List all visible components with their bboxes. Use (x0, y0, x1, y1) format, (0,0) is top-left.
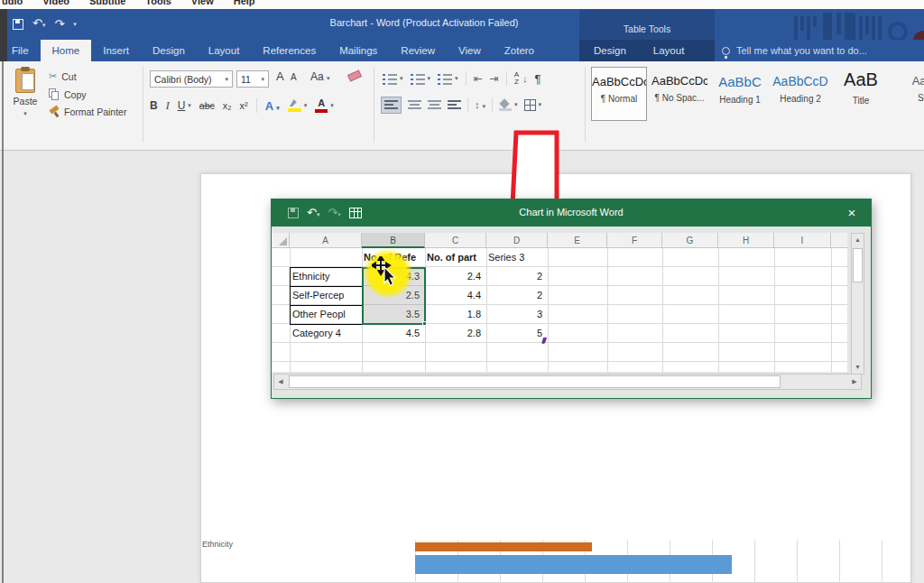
chart-preview[interactable]: Ethnicity (117, 540, 924, 583)
tab-zotero[interactable]: Zotero (493, 40, 546, 61)
align-center-button[interactable] (408, 99, 421, 111)
font-color-button[interactable]: A (315, 98, 328, 113)
format-painter-button[interactable]: Format Painter (49, 106, 126, 117)
vertical-scroll-thumb[interactable] (853, 248, 863, 282)
cell-c3[interactable]: 4.4 (425, 286, 484, 304)
cell-d5[interactable]: 5 (486, 324, 545, 342)
superscript-button[interactable]: x² (240, 100, 248, 111)
change-case-button[interactable]: Aa ▾ (310, 70, 330, 83)
os-menu-help[interactable]: Help (234, 0, 255, 6)
cell-d4[interactable]: 3 (486, 305, 545, 323)
cell-d2[interactable]: 2 (486, 267, 545, 285)
cell-c1[interactable]: No. of part (427, 248, 485, 266)
underline-button[interactable]: U (178, 99, 186, 112)
tab-mailings[interactable]: Mailings (328, 40, 389, 61)
excel-window[interactable]: ↶▾ ↷▾ Chart in Microsoft Word × A B C D … (271, 199, 872, 399)
borders-dropdown-icon[interactable]: ▾ (539, 101, 542, 108)
chart-bar-orange[interactable] (415, 542, 592, 551)
os-menu-audio[interactable]: udio (2, 0, 23, 6)
font-color-dropdown-icon[interactable]: ▾ (330, 102, 334, 109)
cut-button[interactable]: ✂ Cut (49, 70, 77, 82)
redo-button[interactable]: ↷ (54, 17, 64, 32)
undo-button[interactable]: ↶▾ (32, 16, 45, 32)
paste-button[interactable]: Paste ▾ (7, 69, 43, 117)
column-header-c[interactable]: C (425, 233, 486, 248)
style-no-spacing[interactable]: AaBbCcDc ¶ No Spac... (651, 67, 707, 121)
scroll-up-icon[interactable]: ▲ (852, 234, 864, 246)
decrease-indent-icon[interactable]: ⇤ (474, 72, 483, 85)
cell-c2[interactable]: 2.4 (425, 267, 484, 285)
excel-vertical-scrollbar[interactable]: ▲ ▼ (851, 233, 864, 375)
excel-grid[interactable]: No. of Refe No. of part Series 3 Ethnici… (272, 248, 847, 372)
underline-dropdown-icon[interactable]: ▾ (188, 102, 191, 109)
tab-review[interactable]: Review (389, 40, 447, 61)
cell-b5[interactable]: 4.5 (362, 324, 422, 342)
bullets-icon[interactable] (383, 73, 397, 85)
multilevel-dropdown-icon[interactable]: ▾ (455, 75, 458, 82)
cell-d1[interactable]: Series 3 (488, 248, 547, 266)
font-name-select[interactable]: Calibri (Body) ▾ (150, 70, 233, 88)
tab-design[interactable]: Design (141, 40, 197, 61)
qat-customize-icon[interactable]: ▾ (73, 21, 77, 28)
clear-formatting-icon[interactable] (347, 69, 362, 81)
grow-font-button[interactable]: A (276, 69, 284, 83)
cell-c4[interactable]: 1.8 (425, 305, 484, 323)
justify-button[interactable] (448, 99, 461, 111)
select-all-corner[interactable] (272, 233, 290, 248)
chart-bar-blue[interactable] (415, 555, 732, 574)
style-heading2[interactable]: AaBbCcD Heading 2 (772, 67, 828, 121)
tab-insert[interactable]: Insert (91, 40, 141, 61)
tab-table-layout[interactable]: Layout (641, 40, 698, 61)
scroll-right-icon[interactable]: ▶ (848, 375, 861, 389)
sort-icon[interactable]: AZ (514, 71, 519, 86)
increase-indent-icon[interactable]: ⇥ (490, 72, 499, 85)
scroll-down-icon[interactable]: ▼ (852, 361, 864, 374)
highlight-button[interactable] (288, 99, 301, 112)
tab-table-design[interactable]: Design (579, 40, 641, 61)
numbering-icon[interactable] (411, 73, 425, 85)
column-header-d[interactable]: D (486, 233, 548, 248)
font-size-select[interactable]: 11 ▾ (236, 70, 269, 88)
os-menu-video[interactable]: Video (42, 0, 69, 6)
column-header-f[interactable]: F (607, 233, 662, 248)
cell-c5[interactable]: 2.8 (425, 324, 484, 342)
tab-view[interactable]: View (447, 40, 493, 61)
os-menu-subtitle[interactable]: Subtitle (89, 0, 125, 6)
paste-dropdown-icon[interactable]: ▾ (23, 110, 27, 116)
multilevel-list-icon[interactable] (438, 73, 452, 85)
shrink-font-button[interactable]: A (291, 72, 297, 82)
highlight-dropdown-icon[interactable]: ▾ (304, 102, 308, 109)
cell-a5[interactable]: Category 4 (292, 324, 361, 342)
os-menu-tools[interactable]: Tools (145, 0, 171, 6)
save-icon[interactable] (13, 19, 23, 30)
align-left-button[interactable] (381, 97, 402, 114)
borders-icon[interactable] (524, 99, 536, 111)
shading-dropdown-icon[interactable]: ▾ (514, 101, 518, 108)
strikethrough-button[interactable]: abc (199, 100, 215, 111)
numbering-dropdown-icon[interactable]: ▾ (428, 75, 431, 82)
horizontal-scroll-thumb[interactable] (289, 375, 781, 388)
excel-horizontal-scrollbar[interactable]: ◀ ▶ (273, 374, 862, 390)
column-header-a[interactable]: A (290, 233, 362, 248)
font-size-dropdown-icon[interactable]: ▾ (261, 76, 264, 83)
fill-handle[interactable] (422, 321, 427, 326)
align-right-button[interactable] (428, 99, 441, 111)
style-subtitle[interactable]: AaB Su (895, 67, 924, 121)
tell-me-box[interactable]: Tell me what you want to do... (722, 40, 867, 61)
excel-close-button[interactable]: × (840, 203, 864, 223)
column-header-i[interactable]: I (774, 233, 831, 248)
os-menu-view[interactable]: View (191, 0, 214, 6)
bullets-dropdown-icon[interactable]: ▾ (400, 75, 403, 82)
line-spacing-icon[interactable]: ↕ ▾ (475, 99, 485, 110)
tab-home[interactable]: Home (41, 40, 92, 61)
column-header-b[interactable]: B (362, 233, 425, 248)
italic-button[interactable]: I (166, 99, 170, 113)
tab-references[interactable]: References (251, 40, 328, 61)
style-heading1[interactable]: AaBbC Heading 1 (712, 67, 768, 121)
undo-dropdown-icon[interactable]: ▾ (42, 22, 46, 28)
style-title[interactable]: AaB Title (833, 67, 889, 121)
excel-titlebar[interactable]: ↶▾ ↷▾ Chart in Microsoft Word × (272, 199, 871, 227)
font-name-dropdown-icon[interactable]: ▾ (225, 76, 228, 83)
cell-d3[interactable]: 2 (486, 286, 545, 304)
shading-icon[interactable] (499, 99, 512, 111)
